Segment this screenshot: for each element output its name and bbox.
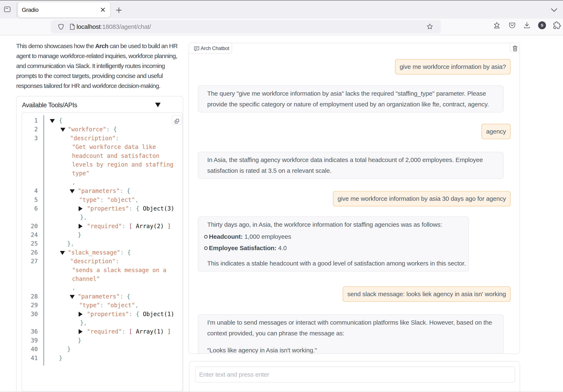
json-row-text: ,	[72, 178, 76, 187]
expand-triangle-icon[interactable]	[79, 206, 83, 211]
json-row: channel"	[22, 275, 182, 283]
chat-message-bot: I'm unable to send messages or interact …	[198, 315, 504, 354]
json-line-number: 24	[22, 231, 38, 239]
json-row-text: "Get workforce data like	[72, 143, 156, 152]
json-row: 28"parameters": {	[22, 292, 182, 301]
message-list: Headcount: 1,000 employees Employee Sati…	[207, 231, 462, 254]
downloads-icon[interactable]	[523, 21, 531, 29]
json-line-number: 4	[22, 187, 38, 195]
new-tab-icon[interactable]	[116, 7, 122, 13]
chat-input[interactable]	[195, 367, 515, 382]
json-row: "sends a slack message on a	[22, 266, 182, 275]
json-row: 4"parameters": {	[22, 187, 182, 195]
json-row: 27"description":	[22, 257, 182, 266]
json-line-number: 36	[22, 327, 38, 336]
browser-toolbar: localhost:18083/agent/chat/ S	[0, 19, 563, 35]
json-row-text: }	[78, 336, 81, 345]
firefox-view-icon[interactable]	[4, 6, 11, 13]
json-line-number: 39	[22, 336, 38, 345]
browser-tab[interactable]: Gradio	[18, 2, 110, 17]
tracking-shield-icon[interactable]	[57, 23, 64, 30]
json-row-text: channel"	[72, 275, 100, 283]
json-row: "Get workforce data like	[22, 143, 182, 152]
json-row-text: "description":	[70, 134, 119, 143]
chat-bubble-icon	[193, 46, 200, 52]
collapse-triangle-icon[interactable]	[60, 251, 65, 255]
json-row-text: headcount and satisfacton	[72, 152, 159, 160]
accordion-collapse-arrow-icon[interactable]	[155, 103, 161, 107]
json-row-text: }	[78, 231, 81, 239]
collapse-triangle-icon[interactable]	[70, 189, 75, 193]
save-to-collection-star-icon[interactable]	[493, 21, 501, 29]
json-row: 5"type": "object",	[22, 196, 182, 204]
json-line-number: 41	[22, 354, 38, 363]
json-line-number: 29	[22, 301, 38, 310]
json-row-text: {	[59, 116, 63, 125]
json-line-number: 6	[22, 204, 38, 213]
pocket-icon[interactable]	[508, 21, 516, 29]
json-line-number: 30	[22, 310, 38, 319]
url-bar[interactable]: localhost:18083/agent/chat/	[51, 20, 441, 33]
json-row: 41}	[22, 354, 182, 363]
json-row-text: levels by region and staffing	[72, 160, 173, 169]
json-row-text: "type": "object",	[79, 196, 139, 204]
collapse-triangle-icon[interactable]	[50, 119, 55, 123]
json-line-number: 3	[22, 134, 38, 143]
json-row: ,	[22, 283, 182, 292]
list-item: Employee Satisfaction: 4.0	[209, 242, 462, 254]
json-row-text: "parameters": {	[78, 187, 130, 195]
clear-chat-trash-icon[interactable]	[510, 43, 519, 52]
json-row: 24}	[22, 231, 182, 239]
json-row-text: },	[80, 213, 87, 222]
json-row: ,	[22, 178, 182, 187]
json-row: 39}	[22, 336, 182, 345]
account-avatar[interactable]: S	[538, 21, 546, 29]
expand-triangle-icon[interactable]	[79, 312, 83, 317]
json-row-text: "required": [ Array(1) ]	[87, 327, 171, 336]
json-row: type"	[22, 169, 182, 178]
json-line-number: 20	[22, 222, 38, 231]
expand-triangle-icon[interactable]	[79, 329, 83, 334]
json-row: 30"properties": { Object(1)	[22, 310, 182, 319]
chat-message-bot: In Asia, the staffing agency workforce d…	[198, 152, 503, 179]
json-row: 29"type": "object",	[22, 301, 182, 310]
accordion-label[interactable]: Available Tools/APIs	[22, 101, 77, 109]
json-row-text: "required": [ Array(2) ]	[87, 222, 171, 231]
url-text[interactable]: localhost:18083/agent/chat/	[77, 23, 151, 30]
chat-message-bot: The query "give me workforce information…	[198, 86, 503, 113]
demo-description: This demo showcases how the Arch can be …	[16, 41, 183, 91]
json-line-number: 5	[22, 196, 38, 204]
json-row: 26"slack_message": {	[22, 248, 182, 257]
tools-accordion: Available Tools/APIs 1{2"workforce": {3"…	[16, 96, 183, 392]
json-tree: 1{2"workforce": {3"description":"Get wor…	[22, 116, 182, 363]
json-row: 40}	[22, 345, 182, 354]
json-line-number: 28	[22, 292, 38, 301]
json-row: headcount and satisfacton	[22, 152, 182, 160]
json-row: 1{	[22, 116, 182, 125]
json-row-text: "properties": { Object(3)	[87, 204, 174, 213]
json-row-text: "workforce": {	[68, 125, 117, 134]
json-row-text: "description":	[70, 257, 119, 266]
json-row-text: "slack_message": {	[68, 248, 131, 257]
extensions-puzzle-icon[interactable]	[553, 21, 561, 29]
expand-triangle-icon[interactable]	[79, 224, 83, 229]
chat-message-user: agency	[482, 124, 511, 139]
collapse-triangle-icon[interactable]	[60, 128, 65, 132]
json-row: levels by region and staffing	[22, 160, 182, 169]
message-paragraph: "Looks like agency in Asia isn't working…	[207, 345, 497, 354]
bookmark-star-icon[interactable]	[426, 23, 433, 30]
chat-message-user: give me workforce information by asia?	[395, 59, 511, 75]
json-row: 36"required": [ Array(1) ]	[22, 327, 182, 336]
collapse-triangle-icon[interactable]	[70, 295, 75, 299]
chatbot-panel: give me workforce information by asia? T…	[189, 43, 520, 354]
tab-separator	[16, 2, 17, 17]
chat-message-bot: Thirty days ago, in Asia, the workforce …	[198, 216, 469, 271]
json-row-text: "type": "object",	[79, 301, 139, 310]
message-paragraph: Thirty days ago, in Asia, the workforce …	[207, 219, 462, 230]
list-tabs-chevron-icon[interactable]	[550, 7, 558, 13]
json-line-number: 27	[22, 257, 38, 266]
page-info-icon[interactable]	[69, 23, 76, 30]
json-row-text: }	[59, 354, 63, 363]
json-viewer: 1{2"workforce": {3"description":"Get wor…	[22, 113, 183, 392]
close-tab-icon[interactable]	[100, 7, 106, 13]
